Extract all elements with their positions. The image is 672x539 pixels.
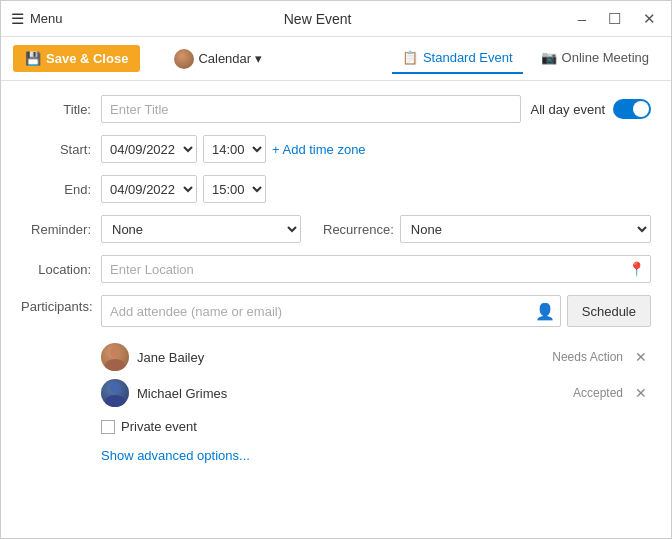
location-label: Location: bbox=[21, 262, 101, 277]
private-event-label: Private event bbox=[121, 419, 197, 434]
all-day-area: All day event bbox=[531, 99, 651, 119]
reminder-recurrence-row: Reminder: None Recurrence: None bbox=[21, 215, 651, 243]
save-close-button[interactable]: 💾 Save & Close bbox=[13, 45, 140, 72]
calendar-dropdown-button[interactable]: Calendar ▾ bbox=[166, 45, 270, 73]
location-pin-icon: 📍 bbox=[628, 261, 645, 277]
menu-icon: ☰ bbox=[11, 10, 24, 28]
title-label: Title: bbox=[21, 102, 101, 117]
start-label: Start: bbox=[21, 142, 101, 157]
menu-label[interactable]: Menu bbox=[30, 11, 63, 26]
end-controls: 04/09/2022 15:00 bbox=[101, 175, 651, 203]
reminder-label: Reminder: bbox=[21, 222, 101, 237]
standard-event-icon: 📋 bbox=[402, 50, 418, 65]
jane-remove-button[interactable]: ✕ bbox=[631, 348, 651, 366]
all-day-label: All day event bbox=[531, 102, 605, 117]
event-form: Title: All day event Start: 04/09/2022 1… bbox=[1, 81, 671, 473]
jane-name: Jane Bailey bbox=[137, 350, 544, 365]
recurrence-label: Recurrence: bbox=[323, 222, 394, 237]
michael-name: Michael Grimes bbox=[137, 386, 565, 401]
tab-online-label: Online Meeting bbox=[562, 50, 649, 65]
add-timezone-link[interactable]: + Add time zone bbox=[272, 142, 366, 157]
reminder-select[interactable]: None bbox=[101, 215, 301, 243]
schedule-button[interactable]: Schedule bbox=[567, 295, 651, 327]
end-label: End: bbox=[21, 182, 101, 197]
recurrence-select[interactable]: None bbox=[400, 215, 651, 243]
start-date-select[interactable]: 04/09/2022 bbox=[101, 135, 197, 163]
reminder-controls: None Recurrence: None bbox=[101, 215, 651, 243]
location-row: Location: 📍 bbox=[21, 255, 651, 283]
start-row: Start: 04/09/2022 14:00 + Add time zone bbox=[21, 135, 651, 163]
participants-controls: 👤 Schedule bbox=[101, 295, 651, 327]
show-advanced-options-link[interactable]: Show advanced options... bbox=[101, 448, 651, 463]
title-row: Title: All day event bbox=[21, 95, 651, 123]
location-input[interactable] bbox=[101, 255, 651, 283]
calendar-label: Calendar bbox=[198, 51, 251, 66]
location-controls: 📍 bbox=[101, 255, 651, 283]
add-attendee-icon: 👤 bbox=[535, 302, 555, 321]
tab-online-meeting[interactable]: 📷 Online Meeting bbox=[531, 43, 659, 74]
participants-list: Jane Bailey Needs Action ✕ Michael Grime… bbox=[101, 339, 651, 411]
menu-area: ☰ Menu bbox=[11, 10, 63, 28]
toggle-thumb bbox=[633, 101, 649, 117]
camera-icon: 📷 bbox=[541, 50, 557, 65]
title-controls bbox=[101, 95, 521, 123]
minimize-button[interactable]: – bbox=[573, 8, 591, 29]
jane-status: Needs Action bbox=[552, 350, 623, 364]
location-input-wrapper: 📍 bbox=[101, 255, 651, 283]
michael-avatar bbox=[101, 379, 129, 407]
end-time-select[interactable]: 15:00 bbox=[203, 175, 266, 203]
calendar-chevron-icon: ▾ bbox=[255, 51, 262, 66]
participant-item: Jane Bailey Needs Action ✕ bbox=[101, 339, 651, 375]
start-controls: 04/09/2022 14:00 + Add time zone bbox=[101, 135, 651, 163]
title-input[interactable] bbox=[101, 95, 521, 123]
end-row: End: 04/09/2022 15:00 bbox=[21, 175, 651, 203]
tab-standard-label: Standard Event bbox=[423, 50, 513, 65]
end-date-select[interactable]: 04/09/2022 bbox=[101, 175, 197, 203]
start-time-select[interactable]: 14:00 bbox=[203, 135, 266, 163]
private-event-checkbox[interactable] bbox=[101, 420, 115, 434]
jane-avatar bbox=[101, 343, 129, 371]
michael-remove-button[interactable]: ✕ bbox=[631, 384, 651, 402]
save-icon: 💾 bbox=[25, 51, 41, 66]
all-day-toggle[interactable] bbox=[613, 99, 651, 119]
private-event-row: Private event bbox=[101, 419, 651, 434]
toolbar: 💾 Save & Close Calendar ▾ 📋 Standard Eve… bbox=[1, 37, 671, 81]
window-controls: – ☐ ✕ bbox=[573, 8, 661, 30]
tab-standard-event[interactable]: 📋 Standard Event bbox=[392, 43, 523, 74]
participant-item: Michael Grimes Accepted ✕ bbox=[101, 375, 651, 411]
titlebar: ☰ Menu New Event – ☐ ✕ bbox=[1, 1, 671, 37]
participants-row: Participants: 👤 Schedule bbox=[21, 295, 651, 327]
window-title: New Event bbox=[284, 11, 352, 27]
participants-input[interactable] bbox=[101, 295, 561, 327]
save-close-label: Save & Close bbox=[46, 51, 128, 66]
maximize-button[interactable]: ☐ bbox=[603, 8, 626, 30]
close-button[interactable]: ✕ bbox=[638, 8, 661, 30]
calendar-avatar bbox=[174, 49, 194, 69]
participants-input-wrapper: 👤 bbox=[101, 295, 561, 327]
participants-label: Participants: bbox=[21, 299, 101, 314]
michael-status: Accepted bbox=[573, 386, 623, 400]
